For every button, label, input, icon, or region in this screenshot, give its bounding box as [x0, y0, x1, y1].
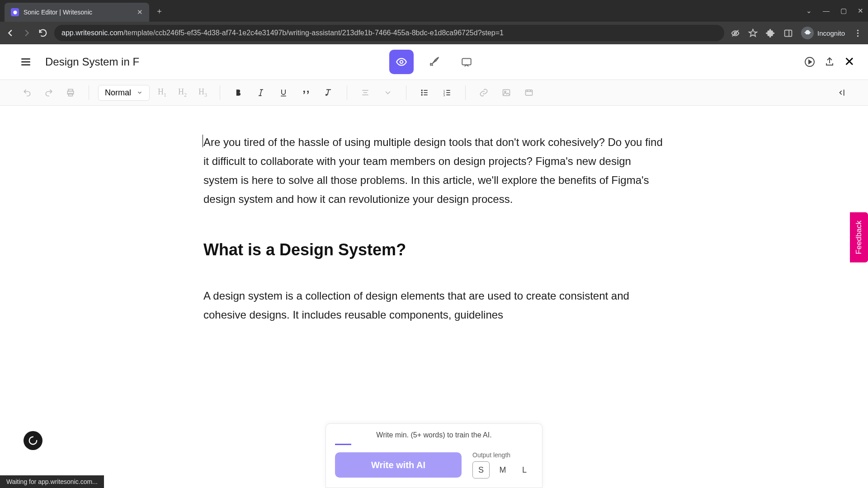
svg-point-26 — [421, 94, 422, 95]
rocket-button[interactable] — [422, 50, 446, 74]
length-m-button[interactable]: M — [494, 461, 511, 479]
svg-rect-13 — [462, 58, 471, 65]
close-window-icon[interactable]: ✕ — [858, 7, 863, 15]
h2-button[interactable]: H2 — [175, 85, 190, 100]
tab-title: Sonic Editor | Writesonic — [24, 9, 132, 16]
tracking-icon[interactable] — [731, 28, 740, 38]
svg-point-7 — [857, 35, 859, 37]
bullet-list-button[interactable] — [415, 84, 434, 102]
write-with-ai-button[interactable]: Write with AI — [335, 452, 462, 478]
loading-spinner — [24, 431, 42, 450]
align-dropdown-icon[interactable] — [379, 84, 397, 102]
ai-write-panel: Write min. (5+ words) to train the AI. W… — [326, 423, 542, 488]
incognito-icon — [801, 27, 814, 39]
align-button[interactable] — [356, 84, 374, 102]
ai-progress-track — [335, 444, 533, 445]
play-icon[interactable] — [804, 56, 815, 67]
svg-rect-38 — [526, 90, 533, 95]
address-bar: app.writesonic.com/template/ccb246f5-ef3… — [0, 22, 868, 44]
menu-icon[interactable] — [853, 28, 863, 38]
paragraph-2[interactable]: A design system is a collection of desig… — [203, 286, 665, 324]
svg-point-11 — [400, 60, 403, 63]
svg-rect-3 — [785, 30, 792, 36]
ai-hint-text: Write min. (5+ words) to train the AI. — [335, 431, 533, 439]
hamburger-menu[interactable] — [20, 56, 32, 68]
preview-button[interactable] — [389, 50, 414, 74]
redo-button[interactable] — [40, 84, 58, 102]
numbered-list-button[interactable]: 123 — [438, 84, 456, 102]
svg-line-20 — [260, 89, 261, 95]
status-bar: Waiting for app.writesonic.com... — [0, 475, 104, 488]
svg-point-25 — [421, 92, 422, 93]
close-app-button[interactable]: ✕ — [844, 54, 854, 69]
link-button[interactable] — [475, 84, 493, 102]
svg-rect-36 — [503, 89, 510, 95]
italic-button[interactable] — [252, 84, 270, 102]
editor-toolbar: Normal H1 H2 H3 123 — [0, 80, 868, 106]
chevron-down-icon[interactable]: ⌄ — [806, 7, 812, 15]
paragraph-style-select[interactable]: Normal — [98, 85, 150, 101]
svg-point-24 — [421, 90, 422, 91]
new-tab-button[interactable]: ＋ — [156, 6, 163, 16]
sidepanel-icon[interactable] — [783, 28, 793, 38]
style-label: Normal — [105, 88, 131, 98]
app-header: Design System in F ✕ — [0, 44, 868, 80]
document-title[interactable]: Design System in F — [45, 56, 139, 68]
chat-button[interactable] — [454, 50, 479, 74]
browser-tab[interactable]: Sonic Editor | Writesonic ✕ — [5, 3, 149, 22]
svg-point-12 — [435, 60, 436, 61]
incognito-label: Incognito — [817, 29, 845, 37]
maximize-icon[interactable]: ▢ — [840, 7, 847, 15]
tab-close-icon[interactable]: ✕ — [137, 8, 143, 16]
bold-button[interactable] — [229, 84, 247, 102]
browser-tab-strip: Sonic Editor | Writesonic ✕ ＋ ⌄ — ▢ ✕ — [0, 0, 868, 22]
feedback-tab[interactable]: Feedback — [850, 212, 868, 263]
undo-button[interactable] — [18, 84, 36, 102]
heading-1[interactable]: What is a Design System? — [203, 240, 665, 259]
svg-text:3: 3 — [443, 94, 445, 97]
forward-button[interactable] — [22, 28, 32, 38]
url-path: /template/ccb246f5-ef35-4d38-af74-1e2c4e… — [123, 29, 504, 37]
favicon-icon — [11, 8, 19, 16]
collapse-sidebar-button[interactable] — [832, 84, 850, 102]
url-input[interactable]: app.writesonic.com/template/ccb246f5-ef3… — [54, 25, 724, 41]
svg-point-6 — [857, 32, 859, 34]
length-l-button[interactable]: L — [516, 461, 533, 479]
underline-button[interactable] — [274, 84, 292, 102]
h1-button[interactable]: H1 — [154, 85, 170, 100]
output-length-label: Output length — [472, 451, 533, 459]
print-button[interactable] — [61, 84, 80, 102]
quote-button[interactable] — [297, 84, 315, 102]
ai-progress-fill — [335, 444, 351, 445]
image-button[interactable] — [497, 84, 515, 102]
back-button[interactable] — [5, 28, 15, 38]
length-s-button[interactable]: S — [472, 461, 490, 479]
window-controls: ⌄ — ▢ ✕ — [806, 7, 863, 15]
video-button[interactable] — [520, 84, 538, 102]
bookmark-icon[interactable] — [748, 28, 758, 38]
h3-button[interactable]: H3 — [195, 85, 211, 100]
incognito-badge[interactable]: Incognito — [801, 27, 845, 39]
svg-point-0 — [13, 10, 17, 14]
reload-button[interactable] — [38, 28, 48, 38]
extensions-icon[interactable] — [766, 28, 775, 38]
share-icon[interactable] — [824, 56, 835, 67]
svg-point-5 — [857, 29, 859, 31]
clear-format-button[interactable] — [320, 84, 338, 102]
minimize-icon[interactable]: — — [823, 7, 830, 15]
url-domain: app.writesonic.com — [61, 29, 123, 37]
paragraph-1[interactable]: Are you tired of the hassle of using mul… — [203, 133, 665, 209]
